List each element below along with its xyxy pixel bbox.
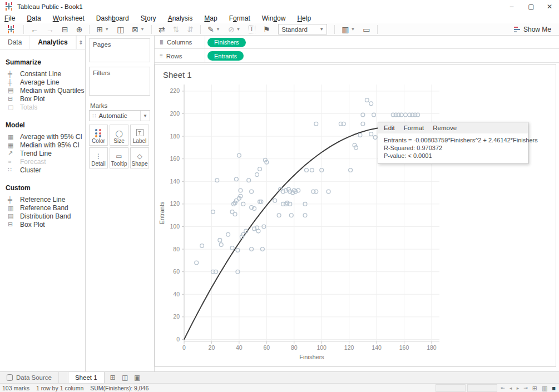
go-previous-button[interactable]: ◂ [507,385,515,391]
marks-detail-button[interactable]: ⋮Detail [89,147,108,168]
current-view-button[interactable]: ■ [550,385,558,391]
save-button[interactable]: ⊟ [58,24,72,35]
new-worksheet-button[interactable]: ⊞ [107,374,119,381]
tableau-logo-icon[interactable] [7,25,15,33]
menu-worksheet[interactable]: Worksheet [53,14,85,22]
menu-dashboard[interactable]: Dashboard [96,14,129,22]
new-dashboard-button[interactable]: ◫ [119,374,131,381]
analytics-item-constant-line[interactable]: ╪Constant Line [0,70,85,78]
mark-circle[interactable] [303,214,307,217]
mark-circle[interactable] [314,190,318,193]
analytics-item-median-with-95-ci[interactable]: ▦Median with 95% CI [0,141,85,150]
duplicate-button[interactable]: ◫ [113,24,128,35]
marks-shape-button[interactable]: ◇Shape [130,147,149,168]
menu-format[interactable]: Format [229,14,250,22]
tab-data[interactable]: Data [0,36,30,49]
marks-tooltip-button[interactable]: ▭Tooltip [110,147,128,168]
mark-circle[interactable] [314,122,318,126]
columns-shelf[interactable]: Ⅲ Columns Finishers [155,36,559,49]
pages-shelf[interactable]: Pages [89,38,150,62]
analytics-item-average-line[interactable]: ╪Average Line [0,78,85,87]
mark-circle[interactable] [200,244,204,248]
mark-circle[interactable] [256,229,260,233]
rows-shelf[interactable]: ≡ Rows Entrants [155,49,559,63]
mark-circle[interactable] [289,214,293,217]
analytics-item-reference-band[interactable]: ▥Reference Band [0,204,85,212]
new-story-button[interactable]: ▣ [131,374,144,381]
chevron-down-icon[interactable]: ▼ [140,111,150,121]
scatter-chart[interactable]: 0204060801001201401601800204060801001201… [155,64,556,366]
close-button[interactable]: ✕ [540,0,559,13]
trend-menu-remove[interactable]: Remove [433,125,457,131]
grid-view-button[interactable]: ⊞ [530,385,540,392]
mark-circle[interactable] [235,177,239,181]
menu-file[interactable]: File [4,14,15,22]
mark-circle[interactable] [342,122,345,126]
mark-circle[interactable] [218,239,222,242]
mark-circle[interactable] [369,102,373,106]
menu-data[interactable]: Data [27,14,41,22]
new-data-source-button[interactable]: ⊕ [72,24,87,35]
mark-circle[interactable] [365,98,369,102]
presentation-mode-button[interactable]: ▭ [359,24,374,35]
go-first-button[interactable]: ⇤ [499,385,508,391]
mark-circle[interactable] [250,190,254,193]
filters-shelf[interactable]: Filters [89,67,150,96]
mark-circle[interactable] [361,122,365,126]
analytics-item-average-with-95-ci[interactable]: ▦Average with 95% CI [0,133,85,141]
pill-entrants[interactable]: Entrants [207,51,244,61]
minimize-button[interactable]: – [502,0,521,13]
analytics-item-label: Reference Line [20,196,65,204]
analytics-item-reference-line[interactable]: ╪Reference Line [0,196,85,204]
trend-menu-edit[interactable]: Edit [384,125,395,131]
menu-help[interactable]: Help [297,14,311,22]
highlight-button[interactable]: ✎▼ [204,24,224,35]
analytics-item-trend-line[interactable]: ↗Trend Line [0,150,85,158]
go-last-button[interactable]: ⇥ [521,385,530,391]
mark-circle[interactable] [219,243,223,247]
menu-map[interactable]: Map [204,14,217,22]
mark-circle[interactable] [327,190,330,193]
mark-circle[interactable] [233,212,237,216]
mark-circle[interactable] [258,167,262,171]
pill-finishers[interactable]: Finishers [207,38,246,47]
swap-rows-columns-button[interactable]: ⇄ [155,24,169,35]
clear-sheet-button[interactable]: ⊠▼ [128,24,149,35]
analytics-item-distribution-band[interactable]: ▤Distribution Band [0,212,85,221]
mark-circle[interactable] [255,173,259,177]
data-source-tab[interactable]: Data Source [0,372,59,383]
analytics-item-median-with-quartiles[interactable]: ▤Median with Quartiles [0,87,85,95]
trend-menu-format[interactable]: Format [404,125,424,131]
menu-story[interactable]: Story [141,14,156,22]
new-worksheet-icon: ⊞ [110,374,116,381]
analytics-item-box-plot[interactable]: ⊟Box Plot [0,95,85,103]
tab-sheet-1[interactable]: Sheet 1 [68,372,105,383]
mark-circle[interactable] [305,168,309,172]
analytics-item-box-plot[interactable]: ⊟Box Plot [0,220,85,229]
analytics-item-cluster[interactable]: ∷Cluster [0,166,85,174]
show-mark-labels-button[interactable]: T [245,24,259,35]
show-me-button[interactable]: Show Me [514,23,551,36]
mark-circle[interactable] [195,261,199,265]
menu-analysis[interactable]: Analysis [168,14,193,22]
mark-type-dropdown[interactable]: ∷ Automatic ▼ [89,110,150,121]
mark-circle[interactable] [277,214,281,217]
maximize-button[interactable]: ▢ [522,0,541,13]
tab-analytics[interactable]: Analytics [30,36,76,49]
mark-circle[interactable] [310,168,314,172]
go-next-button[interactable]: ▸ [515,385,522,391]
menu-window[interactable]: Window [262,14,286,22]
marks-color-button[interactable]: Color [89,125,108,146]
new-worksheet-button[interactable]: ⊞▼ [92,24,113,35]
fix-axes-button[interactable]: ⚑ [259,24,274,35]
pane-splitter-button[interactable]: ⇕ [76,36,85,49]
mark-circle[interactable] [226,232,230,236]
mark-circle[interactable] [273,199,277,202]
undo-button[interactable]: ← [27,24,42,35]
fit-select[interactable]: Standard▼ [278,24,327,34]
marks-size-button[interactable]: ◯Size [110,125,128,146]
film-view-button[interactable]: ▥ [540,385,550,392]
marks-label-button[interactable]: TLabel [130,125,149,146]
show-hide-cards-button[interactable]: ▥▼ [338,24,359,35]
mark-circle[interactable] [369,132,373,136]
